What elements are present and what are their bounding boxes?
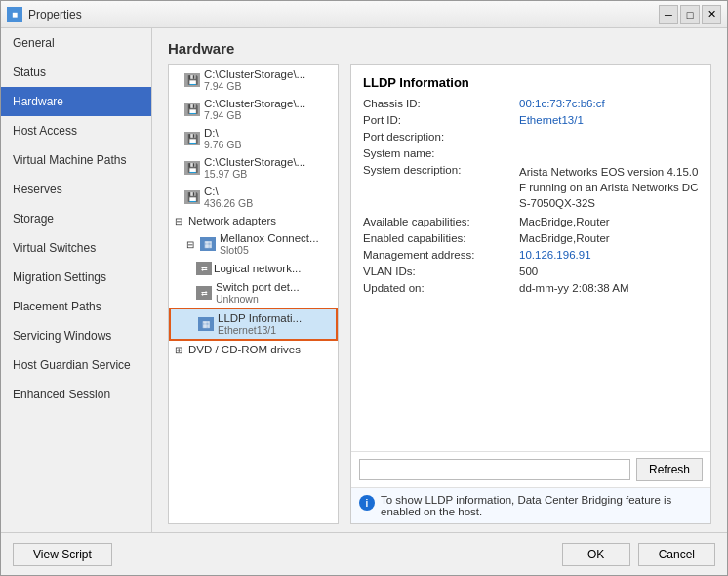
maximize-button[interactable]: □ xyxy=(680,5,700,24)
app-icon: ■ xyxy=(7,7,22,22)
ok-button[interactable]: OK xyxy=(562,543,630,566)
titlebar-controls: ─ □ ✕ xyxy=(659,5,721,24)
lldp-field-label: Port ID: xyxy=(363,114,519,126)
lldp-field-value: MacBridge,Router xyxy=(519,232,610,244)
footer-left: View Script xyxy=(13,543,112,566)
sidebar-item-general[interactable]: General xyxy=(1,28,151,58)
footer-right: OK Cancel xyxy=(562,543,715,566)
hdd-icon: 💾 xyxy=(184,190,200,204)
refresh-button[interactable]: Refresh xyxy=(636,458,703,481)
expand-dvd-icon: ⊞ xyxy=(173,344,184,355)
lldp-field-row: Enabled capabilities:MacBridge,Router xyxy=(363,232,699,244)
sidebar-item-hardware[interactable]: Hardware xyxy=(1,87,151,116)
sidebar-item-status[interactable]: Status xyxy=(1,58,151,87)
titlebar: ■ Properties ─ □ ✕ xyxy=(1,1,727,28)
lldp-field-row: Port description: xyxy=(363,131,699,143)
lldp-field-row: Port ID:Ethernet13/1 xyxy=(363,114,699,126)
detail-panel: LLDP Information Chassis ID:00:1c:73:7c:… xyxy=(350,64,711,524)
lldp-content: LLDP Information Chassis ID:00:1c:73:7c:… xyxy=(351,65,710,451)
info-bar: i To show LLDP information, Data Center … xyxy=(351,487,710,523)
sidebar-item-reserves[interactable]: Reserves xyxy=(1,175,151,204)
lldp-field-label: Chassis ID: xyxy=(363,98,519,109)
properties-window: ■ Properties ─ □ ✕ General Status Hardwa… xyxy=(0,0,728,576)
lldp-field-value: Arista Networks EOS version 4.15.0F runn… xyxy=(519,164,699,211)
lldp-field-row: Available capabilities:MacBridge,Router xyxy=(363,216,699,227)
sidebar-item-servicing[interactable]: Servicing Windows xyxy=(1,321,151,350)
main-header: Hardware xyxy=(152,28,727,64)
hdd-icon: 💾 xyxy=(184,73,200,87)
network-adapters-section[interactable]: ⊟ Network adapters xyxy=(169,212,338,229)
mellanox-item[interactable]: ⊟ ▦ Mellanox Connect... Slot05 xyxy=(169,229,338,259)
hdd-icon: 💾 xyxy=(184,161,200,175)
tree-disk4[interactable]: 💾 C:\ClusterStorage\... 15.97 GB xyxy=(169,153,338,183)
lldp-field-value: MacBridge,Router xyxy=(519,216,610,227)
lldp-search-input[interactable] xyxy=(359,459,630,480)
logical-network-item[interactable]: ⇄ Logical network... xyxy=(169,259,338,278)
lldp-field-label: System name: xyxy=(363,147,519,159)
lldp-field-row: System description:Arista Networks EOS v… xyxy=(363,164,699,211)
hdd-icon: 💾 xyxy=(184,103,200,116)
close-button[interactable]: ✕ xyxy=(702,5,721,24)
sidebar: General Status Hardware Host Access Virt… xyxy=(1,28,152,532)
lldp-field-label: System description: xyxy=(363,164,519,211)
lldp-field-value: 10.126.196.91 xyxy=(519,249,591,261)
lldp-field-label: Updated on: xyxy=(363,282,519,294)
lldp-field-row: System name: xyxy=(363,147,699,159)
lldp-item[interactable]: ▦ LLDP Informati... Ethernet13/1 xyxy=(169,308,338,341)
lldp-field-label: VLAN IDs: xyxy=(363,266,519,277)
lldp-field-value: 00:1c:73:7c:b6:cf xyxy=(519,98,605,109)
tree-panel: 💾 C:\ClusterStorage\... 7.94 GB 💾 C:\Clu… xyxy=(168,64,339,524)
cancel-button[interactable]: Cancel xyxy=(638,543,715,566)
info-icon: i xyxy=(359,495,375,511)
sidebar-item-placement[interactable]: Placement Paths xyxy=(1,292,151,321)
minimize-button[interactable]: ─ xyxy=(659,5,678,24)
hdd-icon: 💾 xyxy=(184,132,200,145)
lldp-field-label: Port description: xyxy=(363,131,519,143)
sidebar-item-storage[interactable]: Storage xyxy=(1,204,151,233)
lldp-title: LLDP Information xyxy=(363,75,699,90)
lldp-field-value: 500 xyxy=(519,266,538,277)
sidebar-item-vm-paths[interactable]: Virtual Machine Paths xyxy=(1,145,151,175)
content-area: General Status Hardware Host Access Virt… xyxy=(1,28,727,532)
switch-port-item[interactable]: ⇄ Switch port det... Unknown xyxy=(169,278,338,308)
dvd-section[interactable]: ⊞ DVD / CD-ROM drives xyxy=(169,341,338,358)
sidebar-item-host-guardian[interactable]: Host Guardian Service xyxy=(1,350,151,380)
lldp-field-label: Available capabilities: xyxy=(363,216,519,227)
footer: View Script OK Cancel xyxy=(1,532,727,575)
titlebar-title: Properties xyxy=(28,8,82,21)
info-text: To show LLDP information, Data Center Br… xyxy=(381,494,703,517)
logical-icon: ⇄ xyxy=(196,262,212,275)
lldp-field-row: Management address:10.126.196.91 xyxy=(363,249,699,261)
sidebar-item-virtual-switches[interactable]: Virtual Switches xyxy=(1,233,151,263)
main-body: 💾 C:\ClusterStorage\... 7.94 GB 💾 C:\Clu… xyxy=(152,64,727,532)
lldp-search-bar: Refresh xyxy=(351,451,710,487)
sidebar-item-host-access[interactable]: Host Access xyxy=(1,116,151,145)
lldp-field-label: Management address: xyxy=(363,249,519,261)
view-script-button[interactable]: View Script xyxy=(13,543,112,566)
tree-disk3[interactable]: 💾 D:\ 9.76 GB xyxy=(169,124,338,153)
collapse-icon: ⊟ xyxy=(173,215,184,226)
lldp-icon: ▦ xyxy=(198,317,214,331)
sidebar-item-migration[interactable]: Migration Settings xyxy=(1,263,151,292)
lldp-field-label: Enabled capabilities: xyxy=(363,232,519,244)
lldp-fields: Chassis ID:00:1c:73:7c:b6:cfPort ID:Ethe… xyxy=(363,98,699,294)
lldp-field-row: Chassis ID:00:1c:73:7c:b6:cf xyxy=(363,98,699,109)
tree-disk2[interactable]: 💾 C:\ClusterStorage\... 7.94 GB xyxy=(169,95,338,124)
lldp-field-row: Updated on:dd-mm-yy 2:08:38 AM xyxy=(363,282,699,294)
lldp-field-value: dd-mm-yy 2:08:38 AM xyxy=(519,282,628,294)
switch-icon: ⇄ xyxy=(196,286,212,300)
main-area: Hardware 💾 C:\ClusterStorage\... 7.94 GB… xyxy=(152,28,727,532)
sidebar-item-enhanced-session[interactable]: Enhanced Session xyxy=(1,380,151,409)
tree-disk1[interactable]: 💾 C:\ClusterStorage\... 7.94 GB xyxy=(169,65,338,95)
network-adapter-icon: ▦ xyxy=(200,237,216,251)
lldp-field-row: VLAN IDs:500 xyxy=(363,266,699,277)
lldp-field-value: Ethernet13/1 xyxy=(519,114,584,126)
expand-icon: ⊟ xyxy=(184,238,196,250)
titlebar-left: ■ Properties xyxy=(7,7,82,22)
tree-disk5[interactable]: 💾 C:\ 436.26 GB xyxy=(169,183,338,212)
